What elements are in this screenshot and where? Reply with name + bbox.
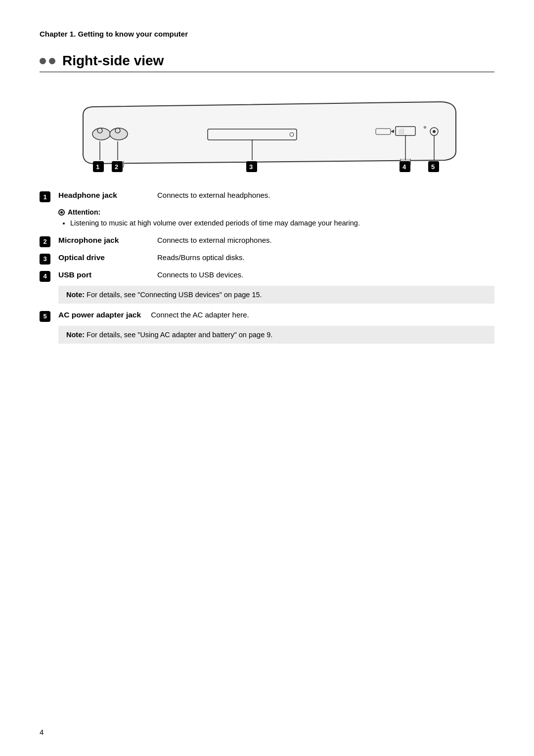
component-row-microphone: 2 Microphone jack Connects to external m… (40, 236, 494, 247)
svg-point-0 (92, 128, 110, 140)
page-number: 4 (40, 728, 44, 736)
component-row-usb: 4 USB port Connects to USB devices. (40, 270, 494, 282)
attention-list-1: Listening to music at high volume over e… (70, 218, 494, 229)
component-desc-2: Connects to external microphones. (157, 236, 272, 244)
component-desc-5: Connect the AC adapter here. (151, 311, 249, 319)
svg-text:5: 5 (431, 163, 435, 171)
badge-3: 3 (40, 254, 50, 265)
component-content-5: AC power adapter jack Connect the AC ada… (58, 311, 249, 319)
note-text-ac: For details, see "Using AC adapter and b… (87, 331, 272, 339)
svg-text:1: 1 (96, 163, 99, 171)
svg-text:2: 2 (115, 163, 118, 171)
note-box-usb: Note: For details, see "Connecting USB d… (58, 286, 494, 304)
chapter-heading: Chapter 1. Getting to know your computer (40, 30, 494, 38)
component-list: 1 Headphone jack Connects to external he… (40, 191, 494, 344)
component-desc-3: Reads/Burns optical disks. (157, 253, 245, 262)
badge-1: 1 (40, 191, 50, 202)
section-title-container: Right-side view (40, 53, 494, 72)
attention-label-1: Attention: (58, 208, 494, 216)
attention-radio-icon (58, 209, 65, 216)
component-name-4: USB port (58, 270, 157, 279)
note-text-usb: For details, see "Connecting USB devices… (87, 291, 262, 299)
dot-2 (49, 58, 55, 64)
svg-point-1 (110, 128, 128, 140)
component-name-1: Headphone jack (58, 191, 157, 200)
svg-text:3: 3 (249, 163, 253, 171)
section-title: Right-side view (62, 53, 164, 69)
attention-text: Attention: (68, 208, 100, 216)
component-name-5: AC power adapter jack (58, 311, 141, 319)
note-label-usb: Note: (66, 291, 85, 299)
component-desc-1: Connects to external headphones. (157, 191, 270, 199)
component-name-3: Optical drive (58, 253, 157, 262)
attention-item-1: Listening to music at high volume over e… (70, 218, 494, 229)
dot-1 (40, 58, 46, 64)
component-desc-4: Connects to USB devices. (157, 270, 243, 279)
component-name-2: Microphone jack (58, 236, 157, 245)
svg-point-10 (433, 130, 436, 133)
attention-block-1: Attention: Listening to music at high vo… (58, 208, 494, 229)
badge-2: 2 (40, 236, 50, 247)
badge-5: 5 (40, 311, 50, 322)
component-row-optical: 3 Optical drive Reads/Burns optical disk… (40, 253, 494, 265)
svg-text:⬜: ⬜ (398, 128, 404, 134)
section-dots (40, 58, 55, 64)
note-box-ac: Note: For details, see "Using AC adapter… (58, 326, 494, 344)
diagram-container: ⬜ ◀ ⊕ 1 2 (40, 87, 494, 176)
component-row-headphone: 1 Headphone jack Connects to external he… (40, 191, 494, 202)
svg-text:4: 4 (402, 163, 406, 171)
component-row-ac: 5 AC power adapter jack Connect the AC a… (40, 311, 494, 322)
badge-4: 4 (40, 271, 50, 282)
svg-text:◀: ◀ (391, 129, 394, 133)
svg-text:⊕: ⊕ (423, 125, 427, 130)
note-label-ac: Note: (66, 331, 85, 339)
laptop-diagram: ⬜ ◀ ⊕ 1 2 (64, 87, 470, 176)
